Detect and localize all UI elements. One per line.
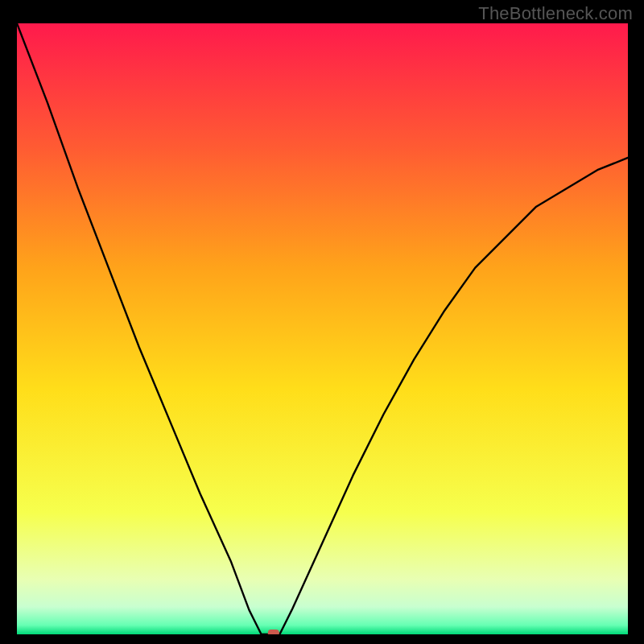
chart-marker-optimum [268,630,279,634]
chart-plot-area [17,23,628,634]
watermark-text: TheBottleneck.com [478,3,633,24]
chart-svg [17,23,628,634]
